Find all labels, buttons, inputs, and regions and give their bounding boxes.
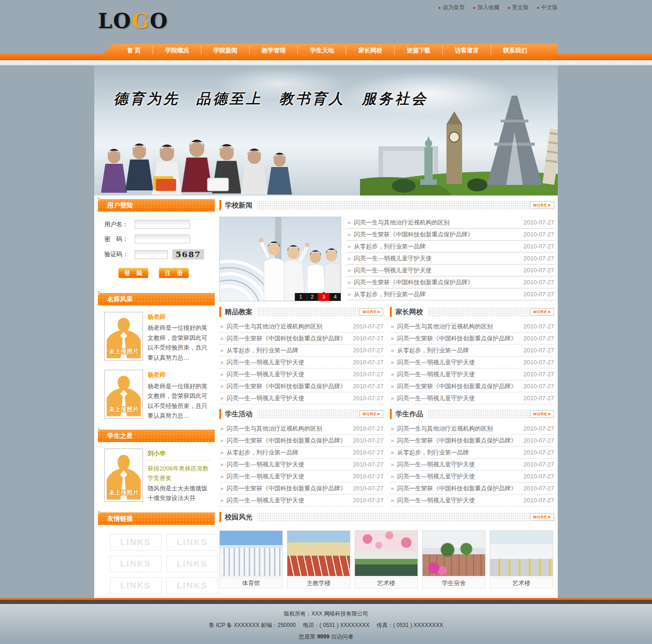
list-item[interactable]: » 闪亮一生---弱视儿童守护天使 2010-07-27 xyxy=(390,459,554,471)
carousel-page-button[interactable]: 2 xyxy=(306,293,318,301)
list-item[interactable]: » 闪亮一生---弱视儿童守护天使 2010-07-27 xyxy=(219,368,383,380)
list-item[interactable]: » 闪亮一生---弱视儿童守护天使 2010-07-27 xyxy=(390,392,554,404)
news-body: 1234 » 闪亮一生与其他治疗近视机构的区别 2010-07-27 xyxy=(219,217,554,301)
list-item[interactable]: » 闪亮一生---弱视儿童守护天使 2010-07-27 xyxy=(390,368,554,380)
item-bullet-icon: » xyxy=(220,335,223,342)
list-item[interactable]: » 从零起步，到行业第一品牌 2010-07-27 xyxy=(219,345,383,356)
nav-item[interactable]: 资源下载 xyxy=(394,46,442,55)
list-item[interactable]: » 闪亮一生与其他治疗近视机构的区别 2010-07-27 xyxy=(390,321,554,333)
nav-item[interactable]: 家长网校 xyxy=(346,46,394,55)
teacher-photo[interactable]: 未上传照片 xyxy=(104,312,143,361)
register-button[interactable]: 注 册 xyxy=(159,268,189,278)
news-item[interactable]: » 从零起步，到行业第一品牌 2010-07-27 xyxy=(347,288,554,300)
news-item[interactable]: » 闪亮一生---弱视儿童守护天使 2010-07-27 xyxy=(347,264,554,276)
campus-photo-card[interactable]: 主教学楼 xyxy=(287,530,350,588)
nav-item[interactable]: 联系我们 xyxy=(491,46,539,55)
nav-item[interactable]: 首 页 xyxy=(115,46,153,55)
list-item[interactable]: » 从零起步，到行业第一品牌 2010-07-27 xyxy=(390,447,554,459)
list-item[interactable]: » 闪亮一生荣获《中国科技创新重点保护品牌》 2010-07-27 xyxy=(219,435,383,447)
topbar-link[interactable]: 中文版 xyxy=(537,4,558,12)
list-item[interactable]: » 闪亮一生荣获《中国科技创新重点保护品牌》 2010-07-27 xyxy=(390,435,554,447)
friend-link[interactable]: LINKS xyxy=(166,556,218,572)
section-more-button[interactable]: MORE ▶ xyxy=(530,410,554,418)
news-item-title: 闪亮一生荣获《中国科技创新重点保护品牌》 xyxy=(354,230,519,239)
teacher-name-link[interactable]: 杨老师 xyxy=(148,312,213,322)
list-item[interactable]: » 闪亮一生荣获《中国科技创新重点保护品牌》 2010-07-27 xyxy=(390,380,554,392)
list-item-title: 闪亮一生---弱视儿童守护天使 xyxy=(397,370,519,379)
nav-item[interactable]: 访客留言 xyxy=(442,46,491,55)
section-more-button[interactable]: MORE ▶ xyxy=(530,308,554,316)
list-item-date: 2010-07-27 xyxy=(353,473,384,480)
friend-link[interactable]: LINKS xyxy=(110,534,161,551)
teacher-name-link[interactable]: 杨老师 xyxy=(148,370,213,380)
list-item[interactable]: » 闪亮一生荣获《中国科技创新重点保护品牌》 2010-07-27 xyxy=(219,483,383,494)
list-item[interactable]: » 闪亮一生---弱视儿童守护天使 2010-07-27 xyxy=(390,494,554,506)
list-item[interactable]: » 闪亮一生荣获《中国科技创新重点保护品牌》 2010-07-27 xyxy=(390,483,554,494)
section-more-button[interactable]: MORE ▶ xyxy=(360,410,383,418)
list-item[interactable]: » 闪亮一生---弱视儿童守护天使 2010-07-27 xyxy=(390,471,554,483)
nav-item[interactable]: 学院新闻 xyxy=(201,46,249,55)
list-item-title: 闪亮一生荣获《中国科技创新重点保护品牌》 xyxy=(397,382,519,391)
captcha-row: 验证码： 5687 xyxy=(104,249,210,259)
campus-more-button[interactable]: MORE ▶ xyxy=(530,513,554,521)
carousel-page-button[interactable]: 3 xyxy=(318,293,329,301)
photo-placeholder-label: 未上传照片 xyxy=(105,405,143,414)
list-item[interactable]: » 闪亮一生荣获《中国科技创新重点保护品牌》 2010-07-27 xyxy=(219,380,383,392)
carousel-page-button[interactable]: 1 xyxy=(295,293,306,301)
username-input[interactable] xyxy=(135,220,190,229)
news-carousel[interactable]: 1234 xyxy=(219,217,341,301)
student-photo[interactable]: 未上传照片 xyxy=(104,448,143,502)
nav-item[interactable]: 学生天地 xyxy=(297,46,346,55)
list-item-title: 闪亮一生---弱视儿童守护天使 xyxy=(227,460,349,469)
topbar-link[interactable]: 设为首页 xyxy=(438,4,464,12)
friend-link[interactable]: LINKS xyxy=(110,556,161,572)
campus-photo-card[interactable]: 艺术楼 xyxy=(355,530,418,588)
list-item[interactable]: » 闪亮一生荣获《中国科技创新重点保护品牌》 2010-07-27 xyxy=(390,333,554,345)
list-item[interactable]: » 闪亮一生---弱视儿童守护天使 2010-07-27 xyxy=(390,356,554,368)
news-item[interactable]: » 闪亮一生---弱视儿童守护天使 2010-07-27 xyxy=(347,253,554,264)
list-item[interactable]: » 闪亮一生与其他治疗近视机构的区别 2010-07-27 xyxy=(219,321,383,333)
item-bullet-icon: » xyxy=(220,347,223,354)
campus-photo-card[interactable]: 艺术楼 xyxy=(490,530,553,588)
nav-item[interactable]: 学院概况 xyxy=(153,46,201,55)
login-button[interactable]: 登 陆 xyxy=(118,268,149,278)
password-input[interactable] xyxy=(135,235,190,243)
sections-row-1: 精品教案 MORE ▶ » 闪亮 xyxy=(219,306,554,404)
list-item[interactable]: » 闪亮一生---弱视儿童守护天使 2010-07-27 xyxy=(219,471,383,483)
list-item[interactable]: » 闪亮一生与其他治疗近视机构的区别 2010-07-27 xyxy=(390,423,554,435)
list-item[interactable]: » 闪亮一生---弱视儿童守护天使 2010-07-27 xyxy=(219,356,383,368)
topbar-link[interactable]: 英文版 xyxy=(508,4,528,12)
campus-photo-card[interactable]: 体育馆 xyxy=(219,530,283,588)
list-item[interactable]: » 闪亮一生---弱视儿童守护天使 2010-07-27 xyxy=(219,494,383,506)
list-item[interactable]: » 从零起步，到行业第一品牌 2010-07-27 xyxy=(219,447,383,459)
student-award: 获得2006年奥林匹克数学竞赛奖 xyxy=(148,460,213,483)
news-header: 学校新闻 MORE ▶ xyxy=(219,199,554,211)
campus-photo-image xyxy=(422,530,486,576)
news-more-button[interactable]: MORE ▶ xyxy=(530,201,554,209)
news-item[interactable]: » 闪亮一生荣获《中国科技创新重点保护品牌》 2010-07-27 xyxy=(347,276,554,288)
friend-link[interactable]: LINKS xyxy=(110,577,161,594)
captcha-input[interactable] xyxy=(135,250,168,259)
nav-item[interactable]: 教学管理 xyxy=(249,46,297,55)
student-name-link[interactable]: 刘小华 xyxy=(148,448,213,458)
list-item[interactable]: » 闪亮一生与其他治疗近视机构的区别 2010-07-27 xyxy=(219,423,383,435)
list-item-date: 2010-07-27 xyxy=(524,497,555,504)
friend-link[interactable]: LINKS xyxy=(166,534,218,551)
list-item[interactable]: » 闪亮一生---弱视儿童守护天使 2010-07-27 xyxy=(219,392,383,404)
news-item[interactable]: » 从零起步，到行业第一品牌 2010-07-27 xyxy=(347,241,554,253)
friend-link[interactable]: LINKS xyxy=(166,577,218,594)
list-item[interactable]: » 从零起步，到行业第一品牌 2010-07-27 xyxy=(390,345,554,356)
carousel-page-button[interactable]: 4 xyxy=(329,293,341,301)
item-bullet-icon: » xyxy=(391,473,394,480)
section-more-button[interactable]: MORE ▶ xyxy=(360,308,383,316)
item-bullet-icon: » xyxy=(220,473,223,480)
list-item[interactable]: » 闪亮一生荣获《中国科技创新重点保护品牌》 2010-07-27 xyxy=(219,333,383,345)
header-dots xyxy=(257,201,555,210)
list-item[interactable]: » 闪亮一生---弱视儿童守护天使 2010-07-27 xyxy=(219,459,383,471)
news-item[interactable]: » 闪亮一生荣获《中国科技创新重点保护品牌》 2010-07-27 xyxy=(347,229,554,241)
news-item[interactable]: » 闪亮一生与其他治疗近视机构的区别 2010-07-27 xyxy=(347,217,554,229)
topbar-link[interactable]: 加入收藏 xyxy=(473,4,499,12)
teacher-photo[interactable]: 未上传照片 xyxy=(104,370,143,419)
news-list: » 闪亮一生与其他治疗近视机构的区别 2010-07-27 » 闪亮一生荣获《中… xyxy=(347,217,554,301)
campus-photo-card[interactable]: 学生宿舍 xyxy=(422,530,486,588)
